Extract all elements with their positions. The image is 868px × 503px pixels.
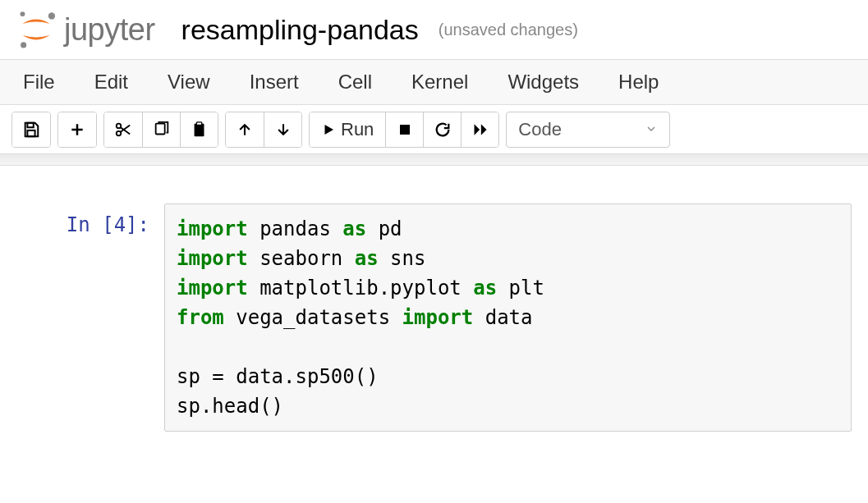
- menubar: File Edit View Insert Cell Kernel Widget…: [0, 59, 868, 105]
- menu-cell[interactable]: Cell: [330, 66, 380, 98]
- restart-run-all-button[interactable]: [461, 112, 498, 147]
- run-label: Run: [341, 119, 374, 140]
- restart-icon: [434, 121, 452, 139]
- toolbar-separator: [0, 154, 868, 166]
- stop-icon: [397, 122, 412, 137]
- save-icon: [22, 121, 40, 139]
- menu-help[interactable]: Help: [610, 66, 667, 98]
- paste-icon: [191, 121, 209, 139]
- header: jupyter resampling-pandas (unsaved chang…: [0, 0, 868, 59]
- menu-insert[interactable]: Insert: [241, 66, 307, 98]
- toolbar: Run Code: [0, 105, 868, 154]
- fast-forward-icon: [471, 121, 489, 138]
- code-cell[interactable]: In [4]: import pandas as pd import seabo…: [16, 203, 852, 432]
- svg-rect-9: [196, 121, 201, 125]
- menu-kernel[interactable]: Kernel: [403, 66, 476, 98]
- jupyter-logo-text: jupyter: [64, 12, 155, 48]
- code-content: import pandas as pd import seaborn as sn…: [177, 214, 839, 421]
- svg-point-2: [21, 42, 26, 48]
- menu-widgets[interactable]: Widgets: [499, 66, 587, 98]
- play-icon: [321, 122, 336, 137]
- cut-button[interactable]: [104, 112, 142, 147]
- chevron-down-icon: [645, 119, 658, 140]
- restart-button[interactable]: [423, 112, 461, 147]
- svg-rect-7: [155, 123, 164, 134]
- add-cell-button[interactable]: [58, 112, 96, 147]
- scissors-icon: [114, 121, 132, 139]
- jupyter-logo[interactable]: jupyter: [15, 8, 155, 51]
- svg-rect-3: [27, 122, 33, 127]
- plus-icon: [69, 121, 85, 138]
- save-status: (unsaved changes): [439, 21, 578, 39]
- svg-rect-4: [27, 130, 34, 135]
- move-down-button[interactable]: [264, 112, 301, 147]
- svg-point-5: [117, 123, 122, 128]
- arrow-up-icon: [237, 121, 253, 138]
- celltype-select[interactable]: Code: [506, 112, 670, 148]
- arrow-down-icon: [275, 121, 292, 138]
- menu-view[interactable]: View: [159, 66, 218, 98]
- jupyter-logo-icon: [15, 8, 57, 51]
- notebook-area: In [4]: import pandas as pd import seabo…: [0, 166, 868, 448]
- move-up-button[interactable]: [226, 112, 264, 147]
- notebook-title[interactable]: resampling-pandas: [181, 14, 419, 46]
- svg-point-6: [117, 130, 122, 135]
- input-prompt: In [4]:: [16, 203, 164, 236]
- copy-icon: [153, 121, 171, 139]
- code-input-area[interactable]: import pandas as pd import seaborn as sn…: [164, 203, 852, 432]
- svg-point-1: [48, 12, 55, 19]
- svg-rect-10: [400, 125, 410, 135]
- svg-point-0: [21, 11, 25, 16]
- run-button[interactable]: Run: [310, 112, 385, 147]
- menu-edit[interactable]: Edit: [86, 66, 136, 98]
- interrupt-button[interactable]: [385, 112, 423, 147]
- menu-file[interactable]: File: [15, 66, 63, 98]
- save-button[interactable]: [12, 112, 50, 147]
- celltype-value: Code: [518, 119, 562, 140]
- paste-button[interactable]: [180, 112, 218, 147]
- copy-button[interactable]: [142, 112, 180, 147]
